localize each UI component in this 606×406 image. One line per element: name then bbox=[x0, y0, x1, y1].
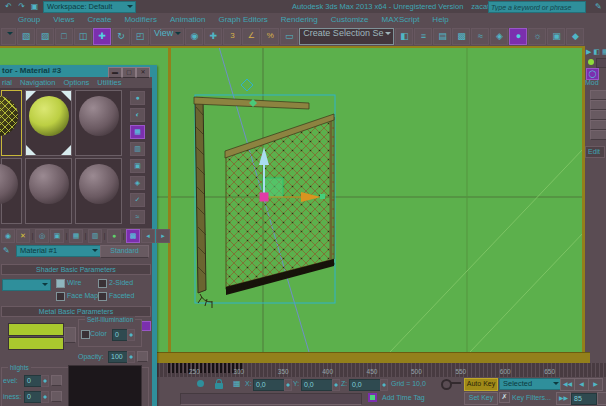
menu-item[interactable]: Utilities bbox=[97, 78, 121, 87]
map-shortcut-button[interactable] bbox=[141, 321, 151, 331]
opacity-map-button[interactable] bbox=[137, 351, 148, 362]
schematic-view-icon[interactable]: ◈ bbox=[490, 28, 508, 45]
stack-button[interactable] bbox=[590, 130, 606, 140]
make-unique-icon[interactable]: ▣ bbox=[50, 229, 64, 243]
redo-icon[interactable]: ↷ bbox=[16, 2, 27, 11]
si-color-checkbox[interactable] bbox=[81, 330, 90, 339]
go-parent-icon[interactable]: ◂ bbox=[141, 229, 155, 243]
make-preview-icon[interactable]: ◈ bbox=[130, 176, 145, 190]
y-coord-field[interactable]: 0,0 bbox=[301, 379, 335, 391]
lock-colors-button[interactable] bbox=[64, 327, 76, 343]
opacity-spinner[interactable] bbox=[127, 351, 135, 363]
put-to-library-icon[interactable]: ▦ bbox=[69, 229, 83, 243]
track-bar-ruler[interactable]: 250300350400450500550600650 bbox=[155, 363, 606, 377]
panel-tab-icon[interactable]: ◧ bbox=[593, 48, 600, 56]
stack-button[interactable] bbox=[590, 90, 606, 100]
selection-set-dropdown[interactable]: Create Selection Se bbox=[299, 28, 394, 45]
reset-map-icon[interactable]: ◎ bbox=[35, 229, 49, 243]
si-spinner[interactable] bbox=[127, 329, 135, 341]
rendered-frame-icon[interactable]: ▣ bbox=[547, 28, 565, 45]
get-material-icon[interactable]: ◉ bbox=[1, 229, 15, 243]
y-spinner[interactable] bbox=[332, 379, 340, 391]
shader-rollout-header[interactable]: Shader Basic Parameters bbox=[1, 264, 151, 275]
isolate-icon[interactable] bbox=[197, 380, 204, 387]
render-icon[interactable]: ◆ bbox=[566, 28, 584, 45]
material-slot[interactable] bbox=[25, 158, 72, 224]
show-map-icon[interactable]: ● bbox=[107, 229, 121, 243]
layer-manager-icon[interactable]: ▤ bbox=[433, 28, 451, 45]
menu-item[interactable]: Create bbox=[87, 15, 111, 24]
specular-level-spinner[interactable] bbox=[41, 375, 49, 387]
select-manipulate-icon[interactable]: ✚ bbox=[204, 28, 222, 45]
add-time-tag[interactable]: Add Time Tag bbox=[382, 394, 425, 401]
go-to-end-button[interactable]: ▶▶ bbox=[556, 392, 571, 405]
undo-icon[interactable]: ↶ bbox=[3, 2, 14, 11]
menu-item[interactable]: Help bbox=[432, 15, 448, 24]
material-type-button[interactable]: Standard bbox=[100, 245, 149, 258]
select-object-icon[interactable]: ▧ bbox=[17, 28, 35, 45]
search-input[interactable] bbox=[488, 1, 586, 13]
named-selection-icon[interactable]: ▭ bbox=[280, 28, 298, 45]
background-icon[interactable]: ▦ bbox=[130, 125, 145, 139]
coord-mode-icon[interactable]: ▦ bbox=[233, 379, 241, 388]
material-slot[interactable] bbox=[1, 90, 22, 156]
material-slot-active[interactable] bbox=[25, 90, 72, 156]
mirror-icon[interactable]: ◧ bbox=[395, 28, 413, 45]
show-end-result-icon[interactable]: ▩ bbox=[126, 229, 140, 243]
modifier-stack-entry[interactable]: Edit bbox=[585, 146, 605, 158]
menu-item[interactable]: Animation bbox=[170, 15, 206, 24]
rect-region-icon[interactable]: □ bbox=[55, 28, 73, 45]
auto-key-button[interactable]: Auto Key bbox=[464, 378, 498, 391]
material-tool-button[interactable]: | bbox=[103, 230, 106, 242]
set-key-mode-icon[interactable] bbox=[441, 379, 461, 388]
pencil-icon[interactable]: ✎ bbox=[595, 2, 602, 11]
x-coord-field[interactable]: 0,0 bbox=[253, 379, 287, 391]
assign-material-icon[interactable]: ✕ bbox=[16, 229, 30, 243]
panel-tab-icon[interactable]: ▶ bbox=[586, 48, 591, 56]
current-frame-field[interactable]: 85 bbox=[571, 393, 597, 405]
pick-material-icon[interactable]: ✎ bbox=[3, 246, 10, 255]
z-coord-field[interactable]: 0,0 bbox=[349, 379, 383, 391]
material-tool-button[interactable]: | bbox=[84, 230, 87, 242]
material-name-dropdown[interactable]: Material #1 bbox=[16, 245, 101, 257]
menu-item[interactable]: rial bbox=[2, 78, 12, 87]
lattice-object[interactable] bbox=[194, 97, 334, 308]
stack-button[interactable] bbox=[590, 110, 606, 120]
go-to-start-button[interactable]: ◀◀ bbox=[560, 378, 575, 391]
percent-snap-icon[interactable]: % bbox=[261, 28, 279, 45]
diffuse-color-swatch[interactable] bbox=[8, 337, 64, 350]
name-field[interactable] bbox=[596, 58, 606, 68]
z-spinner[interactable] bbox=[380, 379, 388, 391]
undo-history-dropdown[interactable] bbox=[1, 28, 16, 45]
use-center-icon[interactable]: ◉ bbox=[185, 28, 203, 45]
backlight-icon[interactable]: ◐ bbox=[130, 108, 145, 122]
workspace-dropdown[interactable]: Workspace: Default bbox=[43, 1, 136, 13]
stack-button[interactable] bbox=[590, 100, 606, 110]
project-icon[interactable]: ▣ bbox=[29, 2, 40, 11]
material-slot[interactable] bbox=[75, 90, 122, 156]
render-setup-icon[interactable]: ☼ bbox=[528, 28, 546, 45]
set-key-button[interactable]: Set Key bbox=[464, 392, 498, 405]
menu-item[interactable]: Group bbox=[18, 15, 40, 24]
wire-checkbox[interactable] bbox=[56, 279, 65, 288]
rotate-tool-icon[interactable]: ↻ bbox=[112, 28, 130, 45]
shader-type-dropdown[interactable] bbox=[2, 279, 51, 291]
specular-map-button[interactable] bbox=[51, 375, 62, 386]
faceted-checkbox[interactable] bbox=[98, 292, 107, 301]
material-id-icon[interactable]: ▥ bbox=[88, 229, 102, 243]
modifier-list-dropdown[interactable]: Mod bbox=[585, 79, 599, 86]
uv-tiling-icon[interactable]: ▥ bbox=[130, 142, 145, 156]
move-tool-icon[interactable]: ✚ bbox=[93, 28, 111, 45]
window-crossing-icon[interactable]: ◫ bbox=[74, 28, 92, 45]
sample-type-icon[interactable]: ● bbox=[130, 91, 145, 105]
glossiness-spinner[interactable] bbox=[41, 391, 49, 403]
snap-toggle-icon[interactable]: 3 bbox=[223, 28, 241, 45]
menu-item[interactable]: Graph Editors bbox=[218, 15, 267, 24]
key-filters-icon[interactable]: ✗ bbox=[499, 392, 510, 403]
panel-tab-icon[interactable]: ▦ bbox=[602, 48, 606, 56]
cut-button[interactable] bbox=[597, 392, 606, 405]
material-slot[interactable] bbox=[75, 158, 122, 224]
ambient-color-swatch[interactable] bbox=[8, 323, 64, 336]
select-by-material-icon[interactable]: ≈ bbox=[130, 210, 145, 224]
x-spinner[interactable] bbox=[284, 379, 292, 391]
